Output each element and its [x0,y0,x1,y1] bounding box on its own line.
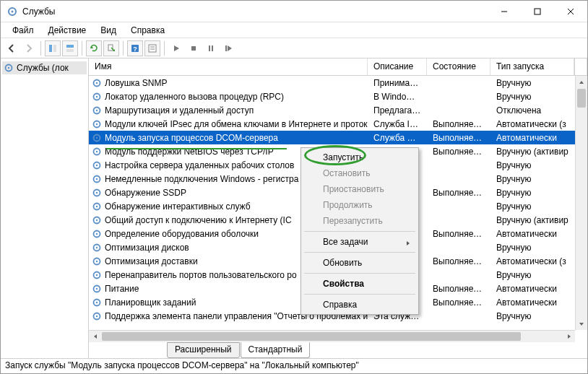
scroll-up-icon[interactable] [576,76,587,88]
service-name: Питание [105,284,139,294]
horizontal-scrollbar[interactable] [89,330,575,342]
service-name: Определение оборудования оболочки [105,229,259,239]
context-menu: Запустить Остановить Приостановить Продо… [301,147,419,315]
service-row[interactable]: Локатор удаленного вызова процедур (RPC)… [89,90,587,103]
svg-point-1 [12,10,14,12]
service-name: Общий доступ к подключению к Интернету (… [105,215,292,225]
statusbar: Запуск службы "Модуль запуска процессов … [1,359,587,373]
tree-root-label: Службы (лок [17,63,69,73]
service-name: Оптимизация дисков [105,243,189,253]
scroll-down-icon[interactable] [576,318,587,330]
service-type: Вручную [490,77,574,89]
svg-point-25 [96,95,98,97]
service-name: Обнаружение интерактивных служб [105,201,251,212]
service-type: Вручную [490,310,574,322]
service-name: Перенаправитель портов пользовательского… [105,270,297,280]
export-button[interactable] [103,40,119,56]
service-type: Вручную [490,160,574,171]
col-startup-type[interactable]: Тип запуска [490,58,574,75]
cm-refresh[interactable]: Обновить [303,255,417,271]
service-row[interactable]: Модули ключей IPsec для обмена ключами в… [89,117,587,131]
cm-sep-2 [304,252,415,253]
svg-point-27 [96,109,98,110]
hscroll-thumb[interactable] [102,332,521,341]
menu-view[interactable]: Вид [93,24,124,37]
svg-rect-7 [53,45,56,52]
media-stop-button[interactable] [186,40,202,56]
vertical-scrollbar[interactable] [575,76,587,330]
col-scroll-spacer [574,58,587,75]
menubar: Файл Действие Вид Справка [1,22,587,38]
service-state: Выполняется [427,118,490,130]
minimize-button[interactable] [488,1,521,22]
service-state: Выполняется [427,187,490,199]
service-name: Модуль запуска процессов DCOM-сервера [105,133,278,143]
service-row[interactable]: Ловушка SNMPПринимае…Вручную [89,76,587,90]
service-name: Обнаружение SSDP [105,188,186,198]
cm-start[interactable]: Запустить [303,149,417,165]
menu-action[interactable]: Действие [41,24,94,37]
service-type: Автоматически [490,297,574,308]
maximize-button[interactable] [521,1,554,22]
service-row[interactable]: Маршрутизация и удаленный доступПредлага… [89,103,587,117]
service-type: Вручную [490,91,574,103]
view-button-1[interactable] [45,40,61,56]
cm-stop[interactable]: Остановить [303,165,417,181]
gear-icon [92,133,102,143]
cm-all-tasks[interactable]: Все задачи [303,234,417,250]
menu-file[interactable]: Файл [5,24,41,37]
service-desc: В Windows… [368,91,427,103]
gear-icon [92,243,102,253]
tab-extended[interactable]: Расширенный [167,342,240,358]
view-button-2[interactable] [62,40,78,56]
service-type: Вручную (активир [490,214,574,226]
cm-resume[interactable]: Продолжить [303,197,417,213]
service-row[interactable]: Модуль запуска процессов DCOM-сервераСлу… [89,131,587,144]
tab-standard[interactable]: Стандартный [241,342,311,358]
media-pause-button[interactable] [203,40,219,56]
window-buttons [488,1,587,22]
service-type: Автоматически [490,228,574,240]
properties-button[interactable] [144,40,160,56]
svg-point-31 [96,136,98,138]
cm-restart[interactable]: Перезапустить [303,213,417,229]
gear-icon [4,63,14,73]
scroll-right-icon[interactable] [563,331,575,342]
svg-point-21 [8,67,9,69]
tree-pane: Службы (лок [1,58,89,358]
svg-rect-19 [225,45,227,51]
forward-button[interactable] [21,40,37,56]
menu-help[interactable]: Справка [124,24,172,37]
close-button[interactable] [554,1,587,22]
media-play-button[interactable] [168,40,184,56]
service-state: Выполняется [427,297,490,308]
service-state: Выполняется [427,228,490,240]
help-button[interactable]: ? [127,40,143,56]
cm-properties[interactable]: Свойства [303,276,417,292]
service-type: Вручную [490,173,574,185]
scroll-left-icon[interactable] [89,331,101,342]
gear-icon [92,92,102,102]
col-name[interactable]: Имя [89,58,368,75]
svg-point-41 [96,205,98,206]
back-button[interactable] [4,40,20,56]
cm-all-tasks-label: Все задачи [323,237,368,247]
svg-point-55 [96,301,98,303]
service-type: Вручную [490,187,574,199]
cm-sep-1 [304,231,415,232]
service-desc: Служба IK… [368,118,427,130]
svg-point-39 [96,191,98,193]
gear-icon [92,160,102,170]
service-type: Вручную [490,269,574,281]
scroll-thumb[interactable] [577,89,586,108]
col-description[interactable]: Описание [368,58,427,75]
service-state [427,110,490,111]
svg-point-45 [96,232,98,234]
col-status[interactable]: Состояние [427,58,490,75]
tree-root-services[interactable]: Службы (лок [2,61,87,74]
cm-pause[interactable]: Приостановить [303,181,417,197]
refresh-button[interactable] [86,40,102,56]
media-restart-button[interactable] [220,40,236,56]
service-state [427,316,490,317]
cm-help[interactable]: Справка [303,297,417,313]
